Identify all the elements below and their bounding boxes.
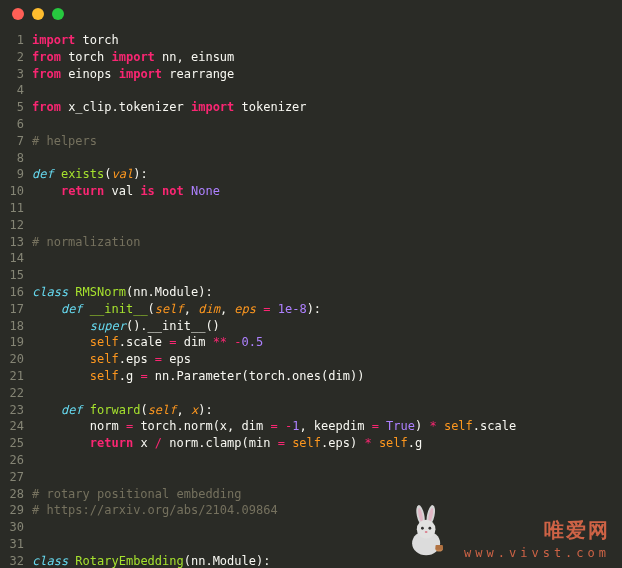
code-line[interactable]	[32, 82, 622, 99]
line-number: 19	[0, 334, 24, 351]
code-line[interactable]: # rotary positional embedding	[32, 486, 622, 503]
line-number: 14	[0, 250, 24, 267]
code-line[interactable]: self.g = nn.Parameter(torch.ones(dim))	[32, 368, 622, 385]
code-line[interactable]: norm = torch.norm(x, dim = -1, keepdim =…	[32, 418, 622, 435]
watermark: 唯爱网 www.vivst.com	[400, 504, 610, 560]
code-line[interactable]	[32, 469, 622, 486]
line-number: 6	[0, 116, 24, 133]
code-line[interactable]	[32, 150, 622, 167]
code-line[interactable]	[32, 116, 622, 133]
line-number: 8	[0, 150, 24, 167]
code-line[interactable]: from x_clip.tokenizer import tokenizer	[32, 99, 622, 116]
code-line[interactable]: class RMSNorm(nn.Module):	[32, 284, 622, 301]
line-number: 17	[0, 301, 24, 318]
bunny-icon	[400, 504, 456, 560]
line-number: 5	[0, 99, 24, 116]
svg-point-6	[421, 527, 424, 530]
code-line[interactable]: self.scale = dim ** -0.5	[32, 334, 622, 351]
svg-point-8	[425, 531, 428, 533]
minimize-icon[interactable]	[32, 8, 44, 20]
line-number: 4	[0, 82, 24, 99]
line-number-gutter: 1234567891011121314151617181920212223242…	[0, 32, 32, 568]
code-line[interactable]: return val is not None	[32, 183, 622, 200]
line-number: 23	[0, 402, 24, 419]
maximize-icon[interactable]	[52, 8, 64, 20]
line-number: 31	[0, 536, 24, 553]
line-number: 25	[0, 435, 24, 452]
code-line[interactable]: import torch	[32, 32, 622, 49]
code-line[interactable]: from torch import nn, einsum	[32, 49, 622, 66]
window-titlebar	[0, 0, 622, 28]
code-line[interactable]: self.eps = eps	[32, 351, 622, 368]
line-number: 26	[0, 452, 24, 469]
watermark-url: www.vivst.com	[464, 546, 610, 560]
line-number: 27	[0, 469, 24, 486]
code-line[interactable]	[32, 217, 622, 234]
code-line[interactable]: return x / norm.clamp(min = self.eps) * …	[32, 435, 622, 452]
code-line[interactable]	[32, 385, 622, 402]
code-line[interactable]: def forward(self, x):	[32, 402, 622, 419]
line-number: 15	[0, 267, 24, 284]
line-number: 16	[0, 284, 24, 301]
code-line[interactable]	[32, 200, 622, 217]
line-number: 1	[0, 32, 24, 49]
code-line[interactable]	[32, 452, 622, 469]
line-number: 10	[0, 183, 24, 200]
line-number: 21	[0, 368, 24, 385]
line-number: 12	[0, 217, 24, 234]
line-number: 24	[0, 418, 24, 435]
svg-point-5	[417, 520, 436, 539]
line-number: 28	[0, 486, 24, 503]
line-number: 2	[0, 49, 24, 66]
line-number: 9	[0, 166, 24, 183]
line-number: 22	[0, 385, 24, 402]
code-line[interactable]	[32, 250, 622, 267]
line-number: 3	[0, 66, 24, 83]
code-line[interactable]: super().__init__()	[32, 318, 622, 335]
code-line[interactable]	[32, 267, 622, 284]
line-number: 11	[0, 200, 24, 217]
close-icon[interactable]	[12, 8, 24, 20]
code-line[interactable]: # helpers	[32, 133, 622, 150]
line-number: 29	[0, 502, 24, 519]
line-number: 30	[0, 519, 24, 536]
code-content[interactable]: import torchfrom torch import nn, einsum…	[32, 32, 622, 568]
line-number: 20	[0, 351, 24, 368]
line-number: 18	[0, 318, 24, 335]
code-line[interactable]: # normalization	[32, 234, 622, 251]
code-line[interactable]: def __init__(self, dim, eps = 1e-8):	[32, 301, 622, 318]
svg-rect-10	[436, 545, 443, 550]
svg-point-7	[429, 527, 432, 530]
line-number: 13	[0, 234, 24, 251]
watermark-text-cn: 唯爱网	[544, 517, 610, 544]
code-line[interactable]: def exists(val):	[32, 166, 622, 183]
code-line[interactable]: from einops import rearrange	[32, 66, 622, 83]
code-editor[interactable]: 1234567891011121314151617181920212223242…	[0, 28, 622, 568]
line-number: 32	[0, 553, 24, 568]
line-number: 7	[0, 133, 24, 150]
